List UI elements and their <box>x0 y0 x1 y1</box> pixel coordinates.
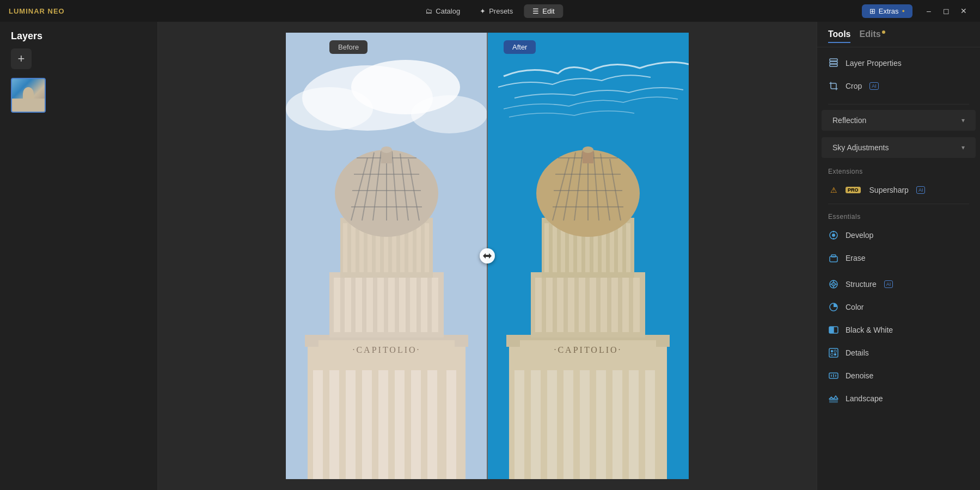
svg-rect-89 <box>610 223 614 272</box>
essentials-label: Essentials <box>817 206 980 224</box>
svg-point-54 <box>381 146 392 153</box>
svg-rect-91 <box>626 223 630 272</box>
svg-rect-82 <box>553 223 557 272</box>
svg-rect-81 <box>544 223 549 272</box>
tool-crop[interactable]: Crop AI <box>817 75 980 97</box>
tool-develop[interactable]: Develop <box>817 224 980 247</box>
svg-rect-6 <box>313 370 323 479</box>
warning-icon: ⚠ <box>830 186 837 194</box>
svg-rect-128 <box>831 350 833 352</box>
landscape-icon <box>828 393 839 404</box>
svg-rect-136 <box>829 399 838 403</box>
structure-icon <box>828 279 839 290</box>
tool-details[interactable]: Details <box>817 341 980 364</box>
svg-rect-60 <box>564 370 573 479</box>
svg-line-95 <box>574 151 583 220</box>
svg-line-93 <box>553 158 569 220</box>
details-icon <box>828 347 839 358</box>
extras-label: Extras <box>879 7 899 15</box>
nav-presets-label: Presets <box>489 7 513 15</box>
svg-rect-35 <box>384 223 388 272</box>
svg-rect-66 <box>506 335 670 347</box>
canvas-area: ·CAPITOLIO· <box>158 22 817 490</box>
nav-edit[interactable]: ☰ Edit <box>524 4 563 18</box>
right-panel: Tools Edits Layer Properties Crop AI <box>817 22 980 490</box>
layers-title: Layers <box>0 22 157 48</box>
tool-color[interactable]: Color <box>817 296 980 318</box>
svg-line-43 <box>362 152 374 220</box>
svg-rect-73 <box>568 278 574 332</box>
tab-edits[interactable]: Edits <box>859 29 885 42</box>
supersharp-icon: ⚠ <box>828 185 839 195</box>
divider-2 <box>828 204 969 204</box>
titlebar-right: ⊞ Extras ● – ◻ ✕ <box>862 3 971 19</box>
svg-rect-14 <box>446 370 456 479</box>
add-icon: + <box>18 52 25 66</box>
tool-landscape[interactable]: Landscape <box>817 387 980 410</box>
app-logo: LUMINAR NEO <box>9 7 65 15</box>
svg-rect-8 <box>346 370 356 479</box>
tool-black-white[interactable]: Black & White <box>817 318 980 341</box>
svg-rect-75 <box>590 278 596 332</box>
close-button[interactable]: ✕ <box>956 3 971 19</box>
tool-structure[interactable]: Structure AI <box>817 273 980 296</box>
tab-tools[interactable]: Tools <box>828 29 850 42</box>
layer-thumbnail[interactable] <box>11 78 46 113</box>
svg-rect-28 <box>432 278 438 332</box>
svg-rect-80 <box>542 218 634 278</box>
edits-dot <box>882 30 885 34</box>
svg-rect-83 <box>561 223 565 272</box>
sky-adjustments-chevron: ▾ <box>961 144 965 151</box>
main-area: Layers + <box>0 22 980 490</box>
svg-rect-63 <box>612 370 622 479</box>
svg-rect-79 <box>633 278 640 332</box>
sky-adjustments-label: Sky Adjustments <box>832 143 889 152</box>
svg-rect-27 <box>421 278 427 332</box>
svg-rect-25 <box>399 278 406 332</box>
nav-presets[interactable]: ✦ Presets <box>471 4 522 18</box>
svg-text:·CAPITOLIO·: ·CAPITOLIO· <box>554 345 622 354</box>
svg-rect-24 <box>388 278 395 332</box>
tool-layer-properties[interactable]: Layer Properties <box>817 52 980 75</box>
svg-rect-10 <box>378 370 388 479</box>
svg-rect-70 <box>535 278 542 332</box>
svg-rect-13 <box>427 370 437 479</box>
svg-rect-64 <box>629 370 639 479</box>
minimize-button[interactable]: – <box>921 3 936 19</box>
svg-marker-106 <box>483 253 492 259</box>
image-container: ·CAPITOLIO· <box>286 33 689 479</box>
logo-main: LUMINAR <box>9 7 45 15</box>
add-layer-button[interactable]: + <box>11 48 32 69</box>
window-controls: – ◻ ✕ <box>921 3 971 19</box>
sky-adjustments-section: Sky Adjustments ▾ <box>817 136 980 159</box>
after-badge[interactable]: After <box>504 40 536 54</box>
divider-handle[interactable] <box>480 248 495 264</box>
structure-label: Structure <box>846 280 877 289</box>
tool-supersharp[interactable]: ⚠ PRO Supersharp AI <box>817 179 980 201</box>
divider-1 <box>828 104 969 105</box>
svg-rect-104 <box>583 150 593 163</box>
tool-erase[interactable]: Erase <box>817 247 980 270</box>
reflection-toggle[interactable]: Reflection ▾ <box>822 110 976 131</box>
layer-properties-label: Layer Properties <box>846 59 902 68</box>
sky-adjustments-toggle[interactable]: Sky Adjustments ▾ <box>822 137 976 158</box>
svg-point-111 <box>832 234 835 237</box>
presets-icon: ✦ <box>480 7 486 15</box>
svg-rect-30 <box>343 223 347 272</box>
structure-ai-badge: AI <box>884 280 893 288</box>
restore-button[interactable]: ◻ <box>939 3 954 19</box>
nav-catalog[interactable]: 🗂 Catalog <box>416 4 469 18</box>
crop-icon <box>828 81 839 91</box>
svg-point-4 <box>411 95 487 133</box>
svg-rect-12 <box>411 370 421 479</box>
svg-rect-23 <box>377 278 384 332</box>
svg-point-92 <box>536 150 640 237</box>
svg-rect-5 <box>308 343 465 479</box>
color-icon <box>828 302 839 313</box>
tool-denoise[interactable]: Denoise <box>817 364 980 387</box>
extras-button[interactable]: ⊞ Extras ● <box>862 4 912 18</box>
svg-rect-108 <box>830 62 837 64</box>
erase-label: Erase <box>846 254 866 262</box>
before-badge[interactable]: Before <box>329 40 367 54</box>
svg-rect-126 <box>829 327 834 333</box>
